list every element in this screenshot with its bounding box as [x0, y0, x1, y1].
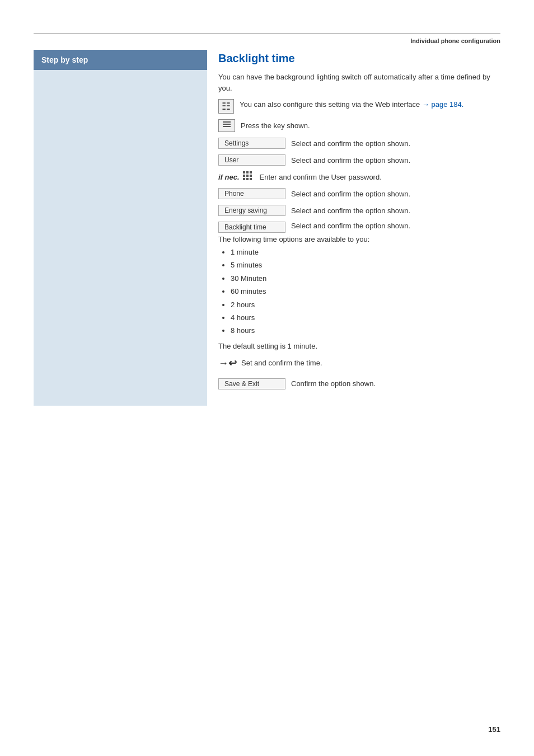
list-item: 1 minute	[231, 246, 500, 259]
web-note-row: ☷ You can also configure this setting vi…	[218, 99, 500, 114]
set-time-text: Set and confirm the time.	[241, 359, 322, 367]
phone-option: Phone	[218, 188, 285, 199]
time-options-intro: The following time options are available…	[218, 235, 500, 243]
page-header: Individual phone configuration	[34, 37, 500, 44]
svg-rect-10	[246, 178, 249, 180]
menu-lines-icon	[222, 121, 231, 129]
list-item: 30 Minuten	[231, 272, 500, 285]
web-icon: ☷	[218, 99, 234, 114]
header-divider	[34, 34, 500, 34]
section-title: Backlight time	[218, 52, 500, 65]
energy-saving-option: Energy saving	[218, 205, 285, 216]
energy-saving-row: Energy saving Select and confirm the opt…	[218, 205, 500, 216]
phone-row: Phone Select and confirm the option show…	[218, 188, 500, 199]
list-item: 8 hours	[231, 324, 500, 337]
list-item: 5 minutes	[231, 259, 500, 271]
time-options-list: 1 minute 5 minutes 30 Minuten 60 minutes…	[218, 246, 500, 337]
web-note-text: You can also configure this setting via …	[240, 99, 463, 110]
svg-rect-11	[250, 178, 252, 180]
page-number: 151	[488, 725, 500, 734]
if-nec-label: if nec.	[218, 173, 240, 181]
phone-text: Select and confirm the option shown.	[291, 190, 410, 198]
svg-rect-8	[250, 175, 252, 177]
energy-saving-text: Select and confirm the option shown.	[291, 206, 410, 215]
default-setting-text: The default setting is 1 minute.	[218, 342, 500, 350]
settings-row: Settings Select and confirm the option s…	[218, 138, 500, 149]
save-exit-row: Save & Exit Confirm the option shown.	[218, 378, 500, 389]
set-time-row: →↩ Set and confirm the time.	[218, 357, 500, 369]
backlight-time-text: Select and confirm the option shown.	[291, 222, 410, 230]
svg-rect-9	[243, 178, 245, 180]
settings-text: Select and confirm the option shown.	[291, 139, 410, 148]
sidebar-body	[34, 70, 207, 406]
step-by-step-header: Step by step	[34, 50, 207, 70]
arrow-return-icon: →↩	[218, 357, 237, 369]
backlight-time-option: Backlight time	[218, 222, 285, 233]
full-layout: Step by step Backlight time You can have…	[34, 50, 500, 406]
backlight-time-row: Backlight time Select and confirm the op…	[218, 222, 500, 233]
list-item: 60 minutes	[231, 285, 500, 298]
intro-text: You can have the background lighting swi…	[218, 72, 500, 93]
header-title: Individual phone configuration	[410, 37, 500, 44]
time-options-section: The following time options are available…	[218, 235, 500, 337]
keypad-icon	[243, 171, 254, 182]
user-option: User	[218, 154, 285, 166]
user-row: User Select and confirm the option shown…	[218, 154, 500, 166]
press-key-text: Press the key shown.	[241, 121, 310, 130]
save-exit-option: Save & Exit	[218, 378, 285, 389]
svg-rect-7	[246, 175, 249, 177]
save-exit-text: Confirm the option shown.	[291, 379, 376, 388]
settings-option: Settings	[218, 138, 285, 149]
keypad-dots-icon	[243, 171, 254, 180]
svg-rect-3	[243, 171, 245, 173]
left-sidebar: Step by step	[34, 50, 207, 406]
if-nec-row: if nec. Enter and confir	[218, 171, 500, 182]
if-nec-text: Enter and confirm the User password.	[260, 173, 382, 181]
list-item: 4 hours	[231, 311, 500, 324]
step-by-step-label: Step by step	[41, 55, 88, 64]
svg-rect-0	[223, 121, 231, 123]
svg-rect-2	[223, 126, 231, 127]
right-content: Backlight time You can have the backgrou…	[207, 50, 500, 406]
user-text: Select and confirm the option shown.	[291, 156, 410, 165]
press-key-icon	[218, 119, 235, 132]
svg-rect-4	[246, 171, 249, 173]
list-item: 2 hours	[231, 298, 500, 311]
page-ref: page 184.	[432, 100, 464, 109]
press-key-row: Press the key shown.	[218, 119, 500, 132]
page-container: Individual phone configuration Step by s…	[0, 0, 534, 756]
svg-rect-5	[250, 171, 252, 173]
svg-rect-6	[243, 175, 245, 177]
svg-rect-1	[223, 124, 231, 125]
